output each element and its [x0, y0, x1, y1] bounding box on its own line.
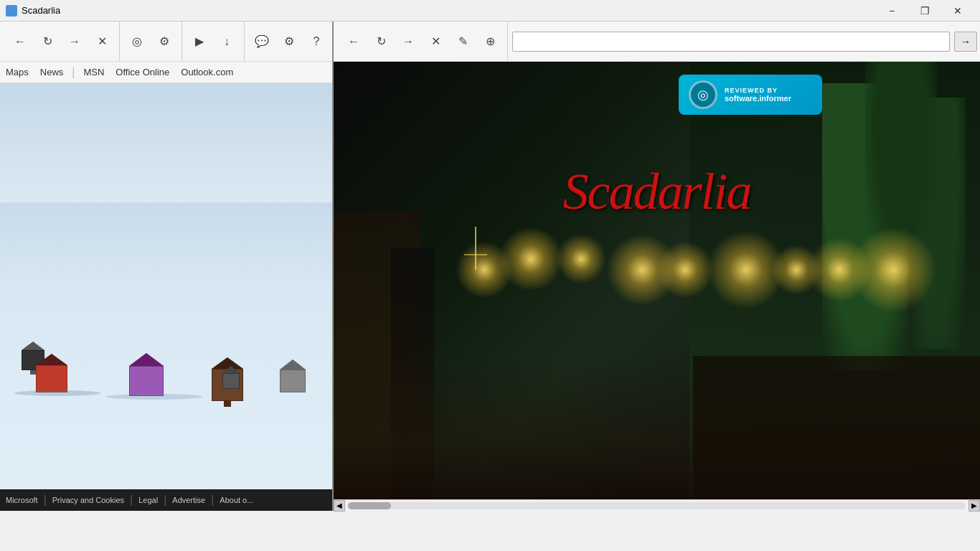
download-button[interactable]: ↓ [214, 29, 240, 55]
help-button[interactable]: ? [303, 29, 329, 55]
scroll-right-arrow[interactable]: ▶ [969, 500, 980, 512]
media-buttons: ▶ ↓ [182, 22, 245, 61]
footer-about[interactable]: About o... [220, 496, 253, 504]
right-nav-buttons: ← ↻ → ✕ ✎ ⊕ [336, 22, 508, 61]
nav-separator-1: | [72, 66, 75, 79]
refresh-button[interactable]: ↻ [34, 29, 60, 55]
go-button[interactable]: → [954, 32, 977, 52]
chat-button[interactable]: 💬 [249, 29, 275, 55]
footer-sep-1: | [44, 494, 47, 507]
footer-sep-3: | [164, 494, 166, 507]
footer-privacy[interactable]: Privacy and Cookies [52, 496, 124, 504]
left-panel: ← ↻ → ✕ ◎ ⚙ ▶ ↓ 💬 ⚙ ? Maps News | [0, 22, 334, 511]
footer-legal[interactable]: Legal [138, 496, 158, 504]
forward-button[interactable]: → [62, 29, 88, 55]
titlebar: Scadarlia − ❐ ✕ [0, 0, 980, 22]
reviewed-badge: ◎ REVIEWED BY software.informer [679, 75, 822, 115]
address-bar[interactable] [512, 32, 950, 52]
gear-button[interactable]: ⚙ [151, 29, 177, 55]
light-9 [850, 227, 936, 313]
titlebar-controls: − ❐ ✕ [875, 0, 974, 22]
left-toolbar: ← ↻ → ✕ ◎ ⚙ ▶ ↓ 💬 ⚙ ? [0, 22, 332, 62]
right-forward-button[interactable]: → [395, 29, 421, 55]
hut-2 [36, 354, 67, 392]
light-3 [556, 234, 606, 284]
footer-sep-2: | [130, 494, 133, 507]
badge-reviewed-text: REVIEWED BY [725, 87, 791, 94]
app-icon [6, 5, 17, 17]
extra-buttons: 💬 ⚙ ? [245, 22, 334, 61]
left-map-content[interactable] [0, 83, 332, 489]
shadow-1 [14, 390, 100, 396]
scroll-track[interactable] [348, 502, 966, 509]
light-5 [656, 241, 714, 298]
close-button[interactable]: ✕ [941, 0, 974, 22]
right-scrollbar[interactable]: ◀ ▶ [334, 499, 980, 511]
nav-office[interactable]: Office Online [113, 67, 172, 77]
maximize-button[interactable]: ❐ [908, 0, 941, 22]
footer-advertise[interactable]: Advertise [172, 496, 205, 504]
badge-text-area: REVIEWED BY software.informer [725, 87, 791, 103]
left-bottom-bar: Microsoft | Privacy and Cookies | Legal … [0, 489, 332, 511]
badge-site-text: software.informer [725, 94, 791, 103]
main-container: ← ↻ → ✕ ◎ ⚙ ▶ ↓ 💬 ⚙ ? Maps News | [0, 22, 980, 511]
right-zoom-button[interactable]: ⊕ [477, 29, 503, 55]
light-2 [499, 227, 563, 291]
settings-button[interactable]: ⚙ [276, 29, 302, 55]
back-button[interactable]: ← [7, 29, 33, 55]
tool-buttons: ◎ ⚙ [120, 22, 182, 61]
stop-button[interactable]: ✕ [89, 29, 115, 55]
night-scene: ◎ REVIEWED BY software.informer Scadarli… [334, 62, 980, 499]
restaurant-area [693, 356, 980, 499]
right-stop-button[interactable]: ✕ [423, 29, 448, 55]
right-toolbar: ← ↻ → ✕ ✎ ⊕ → [334, 22, 980, 62]
right-edit-button[interactable]: ✎ [450, 29, 476, 55]
right-refresh-button[interactable]: ↻ [368, 29, 394, 55]
footer-sep-4: | [211, 494, 214, 507]
pole-1 [475, 227, 476, 270]
right-back-button[interactable]: ← [341, 29, 367, 55]
hut-3 [129, 353, 164, 396]
nav-outlook[interactable]: Outlook.com [178, 67, 236, 77]
nav-buttons: ← ↻ → ✕ [3, 22, 120, 61]
window-title: Scadarlia [22, 5, 60, 16]
hut-6 [222, 366, 240, 389]
scadarlia-title: Scadarlia [563, 162, 751, 222]
hut-5 [280, 359, 306, 392]
right-content: ◎ REVIEWED BY software.informer Scadarli… [334, 62, 980, 499]
footer-microsoft[interactable]: Microsoft [6, 496, 38, 504]
nav-msn[interactable]: MSN [80, 67, 107, 77]
history-button[interactable]: ◎ [124, 29, 150, 55]
left-nav: Maps News | MSN Office Online Outlook.co… [0, 62, 332, 83]
snow-scene [0, 83, 332, 489]
badge-icon: ◎ [689, 80, 717, 109]
minimize-button[interactable]: − [875, 0, 908, 22]
scroll-left-arrow[interactable]: ◀ [334, 500, 345, 512]
titlebar-left: Scadarlia [6, 5, 60, 17]
right-panel: ← ↻ → ✕ ✎ ⊕ → [334, 22, 980, 511]
scroll-thumb[interactable] [348, 502, 391, 509]
crossbar-1 [464, 254, 487, 255]
snow-ground [0, 202, 332, 489]
nav-news[interactable]: News [37, 67, 67, 77]
nav-maps[interactable]: Maps [3, 67, 32, 77]
play-button[interactable]: ▶ [187, 29, 212, 55]
shadow-2 [106, 394, 203, 400]
